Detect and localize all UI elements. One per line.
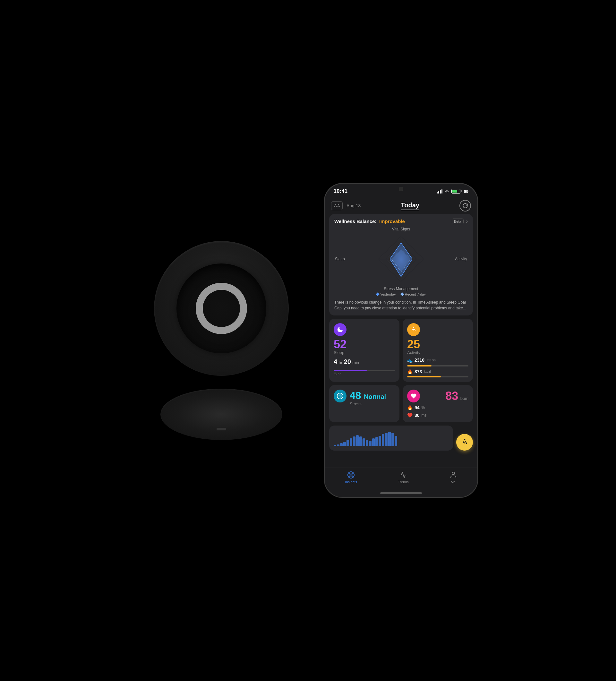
stress-card[interactable]: 48 Normal Stress [329, 385, 400, 422]
sleep-score: 52 [334, 337, 346, 351]
sleep-goal: /8 hr [334, 372, 395, 376]
activity-score-area: 25 Activity [407, 338, 468, 355]
nav-item-me[interactable]: Me [450, 471, 457, 484]
bar-chart-bar [394, 436, 397, 446]
legend-yesterday-icon [376, 292, 379, 296]
signal-bar-1 [437, 192, 438, 194]
bottom-nav: Insights Trends Me [325, 468, 478, 490]
bar-chart-bar [385, 433, 388, 446]
heart-value: 83 [445, 389, 458, 402]
nav-label-trends: Trends [398, 480, 409, 484]
battery-icon [452, 189, 462, 194]
sleep-card[interactable]: 52 Sleep 4 hr 20 min [329, 319, 400, 382]
legend-yesterday-label: Yesterday [380, 292, 396, 296]
calories-unit: kcal [424, 370, 431, 374]
bar-chart-bar [366, 440, 368, 446]
legend-recent: Recent 7-day [401, 292, 426, 296]
hrv2-value: 30 [414, 413, 420, 418]
wellness-card[interactable]: Wellness Balance: Improvable Beta › [329, 214, 473, 316]
hrv-unit: % [421, 405, 425, 410]
hrv-row: 🔥 94 % [407, 405, 468, 410]
sleep-progress-bg [334, 370, 395, 371]
radar-label-right: Activity [455, 257, 467, 261]
heart-small-icon: ❤️ [407, 413, 413, 418]
wellness-header-right: Beta › [452, 219, 468, 224]
activity-icon [407, 323, 420, 336]
stress-status: Normal [364, 393, 386, 400]
activity-score: 25 [407, 337, 420, 351]
cal-line-3 [338, 206, 340, 207]
bar-chart-bar [376, 437, 378, 446]
ring-itself [196, 283, 247, 334]
calories-progress-bg [407, 376, 468, 377]
bar-chart [334, 430, 448, 446]
header-left: Aug 18 [331, 201, 361, 210]
legend-recent-icon [401, 292, 404, 296]
beta-badge: Beta [452, 219, 464, 224]
radar-label-top: Vital Signs [392, 227, 410, 231]
steps-value: 2310 [414, 357, 425, 363]
heart-unit: bpm [460, 396, 468, 401]
refresh-button[interactable] [459, 200, 471, 211]
sleep-hr-unit: hr [339, 360, 343, 365]
bar-chart-bar [382, 434, 384, 446]
header-title: Today [401, 202, 419, 209]
sleep-minutes: 20 [344, 358, 351, 365]
bar-chart-bar [369, 441, 371, 446]
stress-circle-icon [337, 393, 343, 400]
steps-row: 👟 2310 steps [407, 357, 468, 363]
phone-wrapper: 10:41 [324, 183, 478, 498]
cal-top-dots [335, 204, 339, 205]
signal-bars-icon [437, 189, 442, 194]
activity-fab-button[interactable] [456, 434, 473, 451]
nav-item-insights[interactable]: Insights [345, 471, 357, 484]
bar-chart-bar [353, 436, 356, 446]
trends-icon [400, 471, 407, 479]
signal-bar-4 [441, 190, 442, 194]
signal-bar-3 [440, 190, 441, 194]
refresh-icon [462, 203, 468, 209]
bar-chart-bar [337, 445, 339, 446]
bar-chart-bar [346, 440, 349, 446]
radar-label-left: Sleep [335, 257, 345, 261]
phone: 10:41 [324, 183, 478, 498]
activity-card[interactable]: 25 Activity 👟 2310 steps [403, 319, 473, 382]
wellness-description: There is no obvious change in your condi… [334, 299, 468, 311]
chevron-right-icon[interactable]: › [466, 219, 468, 224]
bottom-row [329, 426, 473, 451]
radar-legend: Yesterday Recent 7-day [334, 292, 468, 296]
steps-progress-bg [407, 365, 468, 367]
content: Wellness Balance: Improvable Beta › [325, 214, 478, 468]
sleep-progress-wrapper: /8 hr [334, 370, 395, 376]
scene: 10:41 [138, 183, 478, 498]
cal-dot-1 [335, 204, 336, 205]
hrv2-unit: ms [421, 413, 427, 418]
svg-point-15 [452, 472, 455, 475]
nav-item-trends[interactable]: Trends [398, 471, 409, 484]
wellness-title-area: Wellness Balance: Improvable [334, 219, 405, 224]
sleep-score-area: 52 Sleep [334, 338, 395, 355]
bar-chart-bar [356, 435, 359, 446]
hrv2-row: ❤️ 30 ms [407, 413, 468, 418]
radar-chart: Vital Signs Sleep Activity Stress Manage… [334, 227, 468, 291]
sleep-hours: 4 [334, 358, 337, 365]
sleep-min-unit: min [352, 360, 359, 365]
calories-row: 🔥 873 kcal [407, 369, 468, 374]
sleep-details: 4 hr 20 min [334, 358, 395, 365]
wellness-status: Improvable [379, 219, 405, 224]
bar-chart-bar [379, 436, 381, 446]
legend-recent-label: Recent 7-day [405, 292, 426, 296]
wifi-icon [444, 190, 450, 193]
stress-icon [334, 389, 346, 402]
heart-top-row: 83 bpm [407, 389, 468, 402]
svg-point-14 [350, 474, 352, 476]
running-icon [410, 326, 417, 333]
heart-card[interactable]: 83 bpm 🔥 94 % ❤️ 30 [403, 385, 473, 422]
header-title-area: Today [401, 202, 419, 210]
legend-yesterday: Yesterday [376, 292, 396, 296]
calendar-icon-btn[interactable] [331, 201, 343, 210]
sleep-progress-fill [334, 370, 367, 371]
stress-number: 48 [350, 389, 361, 401]
heart-icon [410, 393, 417, 399]
metrics-grid: 52 Sleep 4 hr 20 min [329, 319, 473, 422]
